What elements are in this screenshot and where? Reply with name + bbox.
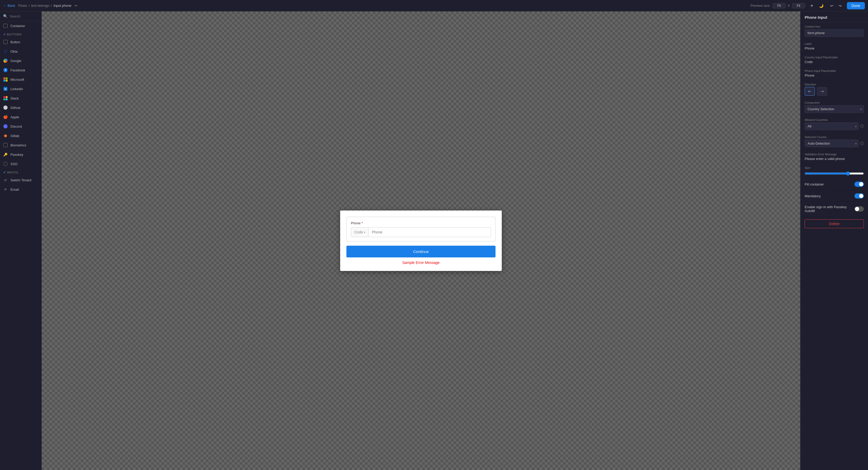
microsoft-icon (3, 77, 8, 82)
required-marker: * (362, 221, 363, 225)
rp-size-label: Size (805, 166, 864, 169)
rp-country-placeholder-field: Country Input Placeholder Code (801, 53, 868, 67)
sidebar-label-email: Email (10, 188, 19, 192)
rp-selected-country-select-wrapper: Auto-Detection ▾ (805, 140, 859, 147)
rp-component-field: Component Country Selection ▾ (801, 99, 868, 116)
done-button[interactable]: Done (847, 2, 865, 9)
delete-button[interactable]: Delete (805, 220, 864, 228)
redo-button[interactable]: ↪ (836, 2, 844, 9)
rp-allowed-countries-select-wrapper: All ▾ (805, 123, 859, 130)
rp-mandatory-label: Mandatory (805, 194, 852, 198)
sidebar-label-apple: Apple (10, 115, 19, 119)
back-arrow-icon: ← (3, 4, 6, 7)
sidebar-section-buttons: ✓ BUTTONS (0, 31, 41, 37)
facebook-icon: f (3, 68, 8, 72)
rp-selected-country-row: Auto-Detection ▾ ⓘ (805, 140, 864, 147)
sidebar-item-biometrics[interactable]: Biometrics (0, 140, 41, 150)
rp-context-key-field: Context Key (801, 23, 868, 40)
discord-icon (3, 124, 8, 129)
rp-country-placeholder-value: Code (805, 60, 864, 64)
rp-direction-label: Direction (805, 83, 864, 86)
code-placeholder: Code (354, 230, 363, 234)
rp-selected-country-select[interactable]: Auto-Detection (805, 140, 859, 147)
sidebar-item-microsoft[interactable]: Microsoft (0, 75, 41, 84)
rp-component-select-wrapper: Country Selection ▾ (805, 105, 864, 113)
phone-input-component: Phone * Code ▾ (346, 217, 496, 241)
phone-label-text: Phone (351, 221, 361, 225)
rp-validation-error-field: Validation Error Message Please enter a … (801, 150, 868, 164)
passkey-autofill-toggle[interactable] (855, 206, 864, 211)
rp-label-value: Phone (805, 46, 864, 50)
phone-number-input[interactable] (369, 228, 491, 237)
breadcrumb-sep1: / (29, 4, 30, 7)
undo-button[interactable]: ↩ (828, 2, 835, 9)
sidebar-item-sso[interactable]: SSO (0, 159, 41, 169)
fill-container-toggle[interactable] (855, 181, 864, 187)
edit-icon[interactable]: ✏ (74, 4, 78, 8)
sidebar-item-linkedin[interactable]: in Linkedin (0, 84, 41, 94)
chevron-down-icon: ▾ (364, 231, 365, 234)
sidebar-label-microsoft: Microsoft (10, 78, 24, 81)
sidebar-section-inputs: ✓ INPUTS (0, 169, 41, 175)
preview-size-label: Preview size: (750, 4, 771, 7)
breadcrumb-flows[interactable]: Flows (18, 4, 27, 7)
rp-fill-container-row: Fill container (801, 178, 868, 190)
sidebar-label-slack: Slack (10, 96, 19, 100)
continue-button[interactable]: Continue (346, 246, 496, 258)
preview-width-input[interactable] (773, 3, 786, 8)
right-panel: Phone Input Context Key Label Phone Coun… (800, 11, 868, 470)
rp-selected-country-field: Selected Country Auto-Detection ▾ ⓘ (801, 133, 868, 150)
country-code-select[interactable]: Code ▾ (351, 228, 369, 237)
sidebar-item-gitlab[interactable]: ⬟ Gitlab (0, 131, 41, 140)
rp-ltr-button[interactable]: ⇤ (805, 87, 815, 96)
rp-allowed-countries-field: Allowed Countries All ▾ ⓘ (801, 116, 868, 133)
button-icon (3, 40, 8, 44)
biometrics-icon (3, 143, 8, 147)
rp-size-slider[interactable] (805, 171, 864, 176)
sidebar-item-apple[interactable]: 🍎 Apple (0, 112, 41, 122)
container-icon (3, 24, 8, 28)
mandatory-toggle[interactable] (855, 193, 864, 199)
rp-component-select[interactable]: Country Selection (805, 105, 864, 113)
light-theme-button[interactable]: ☀ (808, 2, 816, 9)
preview-height-input[interactable] (792, 3, 805, 8)
rp-context-key-label: Context Key (805, 25, 864, 28)
rp-context-key-input[interactable] (805, 29, 864, 37)
breadcrumb-tenant[interactable]: test-telesign (31, 4, 49, 7)
gitlab-icon: ⬟ (3, 133, 8, 138)
back-button[interactable]: ← Back (3, 4, 15, 7)
rp-size-field: Size (801, 164, 868, 178)
sidebar-item-button[interactable]: Button (0, 37, 41, 47)
sidebar-item-okta[interactable]: ⬡ Okta (0, 47, 41, 56)
rp-allowed-countries-select[interactable]: All (805, 123, 859, 130)
search-input[interactable] (10, 14, 42, 18)
sidebar-label-biometrics: Biometrics (10, 143, 26, 147)
github-icon (3, 105, 8, 110)
switch-tenant-icon: ⇄ (3, 178, 8, 182)
sidebar-item-container[interactable]: Container (0, 21, 41, 31)
rp-direction-field: Direction ⇤ ⇥ (801, 80, 868, 99)
sidebar-item-discord[interactable]: Discord (0, 122, 41, 131)
sidebar-item-passkey[interactable]: 🔑 Passkey (0, 150, 41, 159)
okta-icon: ⬡ (3, 49, 8, 54)
phone-input-row: Code ▾ (351, 227, 491, 237)
rp-phone-placeholder-field: Phone Input Placeholder Phone (801, 67, 868, 80)
rp-mandatory-row: Mandatory (801, 190, 868, 202)
rp-passkey-autofill-row: Enable sign in with Passkey Autofill (801, 202, 868, 216)
canvas: Phone * Code ▾ Continue Sample Error Mes… (42, 11, 800, 470)
selected-country-info-icon[interactable]: ⓘ (860, 141, 864, 146)
sidebar-item-facebook[interactable]: f Facebook (0, 65, 41, 75)
sidebar-item-google[interactable]: Google (0, 56, 41, 65)
sidebar-item-github[interactable]: Github (0, 103, 41, 112)
dark-theme-button[interactable]: 🌙 (818, 2, 825, 9)
allowed-countries-info-icon[interactable]: ⓘ (860, 124, 864, 129)
rp-rtl-button[interactable]: ⇥ (817, 87, 827, 96)
sidebar-label-gitlab: Gitlab (10, 134, 19, 138)
sidebar-item-email[interactable]: ✉ Email (0, 185, 41, 194)
rp-allowed-countries-label: Allowed Countries (805, 118, 864, 122)
right-panel-title: Phone Input (801, 11, 868, 23)
sidebar-item-slack[interactable]: Slack (0, 94, 41, 103)
sidebar-label-passkey: Passkey (10, 153, 23, 157)
sidebar-item-switch-tenant[interactable]: ⇄ Switch Tenant (0, 175, 41, 185)
rp-fill-container-label: Fill container (805, 182, 852, 186)
